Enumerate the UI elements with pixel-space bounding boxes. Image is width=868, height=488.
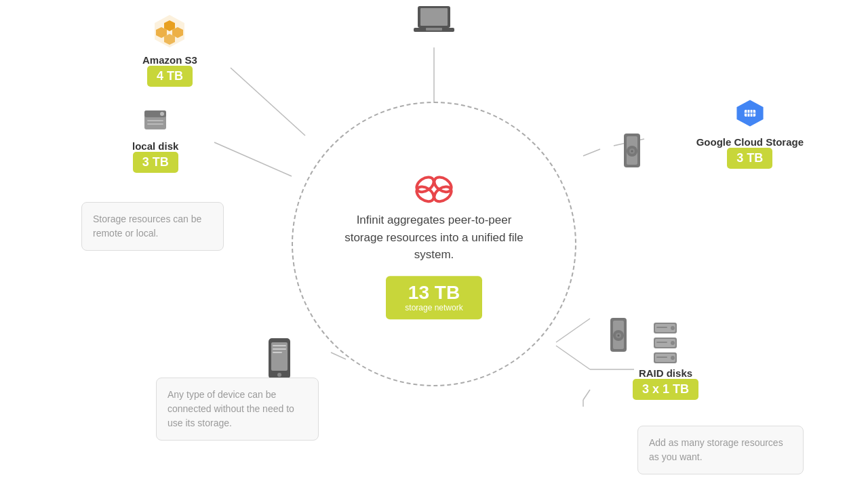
total-storage-value: 13 TB <box>405 283 462 304</box>
svg-rect-16 <box>420 8 448 26</box>
gcs-label: Google Cloud Storage <box>696 136 804 148</box>
text-box-storage-remote: Storage resources can be remote or local… <box>81 202 224 251</box>
diagram-container: Infinit aggregates peer-to-peer storage … <box>0 0 868 488</box>
svg-rect-54 <box>656 327 667 328</box>
local-disk-storage: 3 TB <box>133 152 178 173</box>
node-laptop-top <box>412 3 456 43</box>
svg-rect-62 <box>656 357 667 358</box>
svg-point-61 <box>671 356 675 360</box>
add-storage-text: Add as many storage resources as you wan… <box>649 437 783 462</box>
svg-rect-18 <box>426 28 442 30</box>
text-box-add-storage: Add as many storage resources as you wan… <box>637 426 804 474</box>
amazon-s3-label: Amazon S3 <box>142 54 197 66</box>
node-hdd-bottom <box>606 317 631 356</box>
raid-storage: 3 x 1 TB <box>633 379 698 400</box>
amazon-s3-storage: 4 TB <box>147 66 193 87</box>
svg-point-57 <box>671 341 675 345</box>
svg-line-4 <box>583 149 600 156</box>
raid-disk-2 <box>652 336 678 350</box>
svg-point-53 <box>671 326 675 330</box>
center-content: Infinit aggregates peer-to-peer storage … <box>339 168 529 319</box>
total-storage-badge: 13 TB storage network <box>386 276 481 320</box>
center-description: Infinit aggregates peer-to-peer storage … <box>339 211 529 264</box>
raid-disk-1 <box>652 321 678 335</box>
hdd-bottom-icon <box>606 317 631 353</box>
svg-rect-30 <box>271 342 288 371</box>
svg-line-1 <box>214 142 292 176</box>
svg-line-5 <box>556 319 590 342</box>
svg-rect-28 <box>147 123 163 125</box>
node-local-disk: local disk 3 TB <box>132 105 178 173</box>
local-disk-label: local disk <box>132 140 178 152</box>
raid-label: RAID disks <box>633 367 698 379</box>
svg-line-6 <box>556 346 590 369</box>
svg-point-26 <box>160 112 164 116</box>
storage-remote-text: Storage resources can be remote or local… <box>93 214 201 239</box>
svg-point-50 <box>618 335 620 337</box>
raid-disk-3 <box>652 351 678 365</box>
gcs-icon <box>735 98 765 128</box>
svg-rect-58 <box>656 342 667 343</box>
hdd-right-icon <box>620 132 644 169</box>
total-storage-label: storage network <box>405 304 462 313</box>
svg-line-8 <box>583 390 590 400</box>
laptop-icon <box>412 3 456 40</box>
text-box-device: Any type of device can be connected with… <box>156 378 319 441</box>
device-text: Any type of device can be connected with… <box>167 389 294 428</box>
node-gcs: Google Cloud Storage 3 TB <box>696 98 804 169</box>
local-disk-icon <box>140 105 170 135</box>
gcs-storage: 3 TB <box>727 148 772 169</box>
infinit-logo <box>410 168 458 211</box>
amazon-s3-icon <box>151 14 189 49</box>
node-mobile <box>264 337 294 383</box>
node-raid: RAID disks 3 x 1 TB <box>633 321 698 400</box>
svg-rect-33 <box>273 348 286 350</box>
node-hdd-right <box>620 132 644 171</box>
node-amazon-s3: Amazon S3 4 TB <box>142 14 197 87</box>
svg-rect-27 <box>147 120 163 121</box>
svg-rect-32 <box>273 345 286 346</box>
svg-rect-34 <box>273 352 282 353</box>
mobile-icon <box>264 337 294 380</box>
svg-line-0 <box>231 68 305 136</box>
svg-point-31 <box>277 373 281 377</box>
svg-point-45 <box>631 150 633 152</box>
